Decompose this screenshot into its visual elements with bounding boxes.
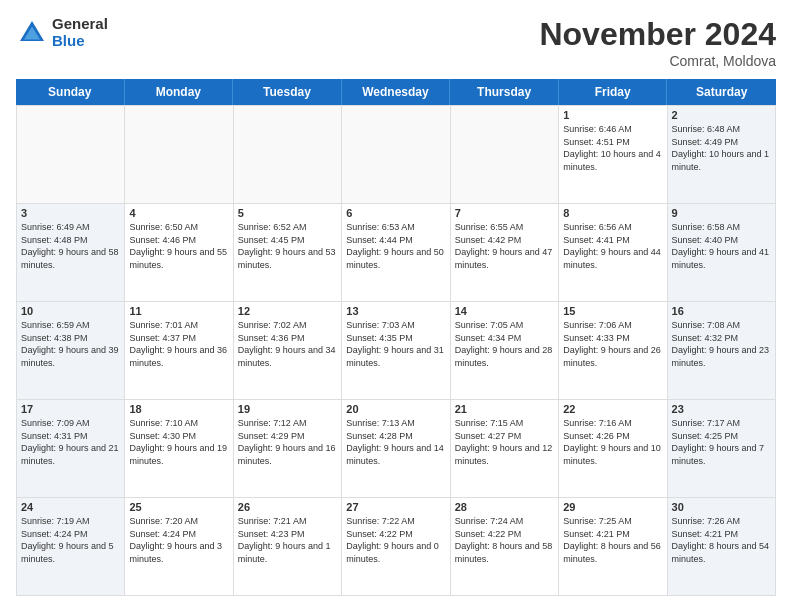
day-info: Sunrise: 6:46 AM Sunset: 4:51 PM Dayligh… <box>563 123 662 173</box>
cal-cell <box>17 106 125 204</box>
day-info: Sunrise: 7:16 AM Sunset: 4:26 PM Dayligh… <box>563 417 662 467</box>
day-info: Sunrise: 7:19 AM Sunset: 4:24 PM Dayligh… <box>21 515 120 565</box>
day-number: 25 <box>129 501 228 513</box>
day-info: Sunrise: 6:49 AM Sunset: 4:48 PM Dayligh… <box>21 221 120 271</box>
cal-cell: 19Sunrise: 7:12 AM Sunset: 4:29 PM Dayli… <box>234 400 342 498</box>
cal-cell: 13Sunrise: 7:03 AM Sunset: 4:35 PM Dayli… <box>342 302 450 400</box>
cal-cell <box>234 106 342 204</box>
day-number: 15 <box>563 305 662 317</box>
day-info: Sunrise: 7:06 AM Sunset: 4:33 PM Dayligh… <box>563 319 662 369</box>
day-number: 14 <box>455 305 554 317</box>
title-section: November 2024 Comrat, Moldova <box>539 16 776 69</box>
day-number: 23 <box>672 403 771 415</box>
day-number: 9 <box>672 207 771 219</box>
day-info: Sunrise: 7:26 AM Sunset: 4:21 PM Dayligh… <box>672 515 771 565</box>
header: General Blue November 2024 Comrat, Moldo… <box>16 16 776 69</box>
day-info: Sunrise: 7:12 AM Sunset: 4:29 PM Dayligh… <box>238 417 337 467</box>
cal-cell <box>125 106 233 204</box>
header-day-saturday: Saturday <box>667 79 776 105</box>
day-info: Sunrise: 7:24 AM Sunset: 4:22 PM Dayligh… <box>455 515 554 565</box>
day-info: Sunrise: 7:21 AM Sunset: 4:23 PM Dayligh… <box>238 515 337 565</box>
day-info: Sunrise: 7:15 AM Sunset: 4:27 PM Dayligh… <box>455 417 554 467</box>
day-info: Sunrise: 7:25 AM Sunset: 4:21 PM Dayligh… <box>563 515 662 565</box>
day-info: Sunrise: 7:13 AM Sunset: 4:28 PM Dayligh… <box>346 417 445 467</box>
day-info: Sunrise: 7:02 AM Sunset: 4:36 PM Dayligh… <box>238 319 337 369</box>
cal-cell: 2Sunrise: 6:48 AM Sunset: 4:49 PM Daylig… <box>668 106 776 204</box>
header-day-wednesday: Wednesday <box>342 79 451 105</box>
day-number: 12 <box>238 305 337 317</box>
day-number: 17 <box>21 403 120 415</box>
logo-text: General Blue <box>52 16 108 49</box>
day-info: Sunrise: 7:20 AM Sunset: 4:24 PM Dayligh… <box>129 515 228 565</box>
day-number: 13 <box>346 305 445 317</box>
day-number: 30 <box>672 501 771 513</box>
cal-cell: 17Sunrise: 7:09 AM Sunset: 4:31 PM Dayli… <box>17 400 125 498</box>
page: General Blue November 2024 Comrat, Moldo… <box>0 0 792 612</box>
logo-general: General <box>52 16 108 33</box>
day-info: Sunrise: 7:01 AM Sunset: 4:37 PM Dayligh… <box>129 319 228 369</box>
cal-cell: 20Sunrise: 7:13 AM Sunset: 4:28 PM Dayli… <box>342 400 450 498</box>
day-number: 11 <box>129 305 228 317</box>
day-info: Sunrise: 6:59 AM Sunset: 4:38 PM Dayligh… <box>21 319 120 369</box>
header-day-friday: Friday <box>559 79 668 105</box>
day-number: 6 <box>346 207 445 219</box>
cal-cell: 27Sunrise: 7:22 AM Sunset: 4:22 PM Dayli… <box>342 498 450 596</box>
day-number: 22 <box>563 403 662 415</box>
cal-cell: 16Sunrise: 7:08 AM Sunset: 4:32 PM Dayli… <box>668 302 776 400</box>
day-number: 26 <box>238 501 337 513</box>
day-info: Sunrise: 6:56 AM Sunset: 4:41 PM Dayligh… <box>563 221 662 271</box>
day-number: 24 <box>21 501 120 513</box>
cal-cell: 10Sunrise: 6:59 AM Sunset: 4:38 PM Dayli… <box>17 302 125 400</box>
cal-cell: 9Sunrise: 6:58 AM Sunset: 4:40 PM Daylig… <box>668 204 776 302</box>
day-number: 20 <box>346 403 445 415</box>
day-info: Sunrise: 7:22 AM Sunset: 4:22 PM Dayligh… <box>346 515 445 565</box>
day-number: 8 <box>563 207 662 219</box>
cal-cell: 11Sunrise: 7:01 AM Sunset: 4:37 PM Dayli… <box>125 302 233 400</box>
month-title: November 2024 <box>539 16 776 53</box>
cal-cell: 25Sunrise: 7:20 AM Sunset: 4:24 PM Dayli… <box>125 498 233 596</box>
cal-cell: 14Sunrise: 7:05 AM Sunset: 4:34 PM Dayli… <box>451 302 559 400</box>
day-info: Sunrise: 7:09 AM Sunset: 4:31 PM Dayligh… <box>21 417 120 467</box>
cal-cell: 29Sunrise: 7:25 AM Sunset: 4:21 PM Dayli… <box>559 498 667 596</box>
day-number: 10 <box>21 305 120 317</box>
day-info: Sunrise: 7:05 AM Sunset: 4:34 PM Dayligh… <box>455 319 554 369</box>
day-number: 27 <box>346 501 445 513</box>
day-number: 28 <box>455 501 554 513</box>
cal-cell: 23Sunrise: 7:17 AM Sunset: 4:25 PM Dayli… <box>668 400 776 498</box>
day-number: 19 <box>238 403 337 415</box>
header-day-tuesday: Tuesday <box>233 79 342 105</box>
cal-cell <box>342 106 450 204</box>
day-number: 5 <box>238 207 337 219</box>
cal-cell <box>451 106 559 204</box>
cal-cell: 8Sunrise: 6:56 AM Sunset: 4:41 PM Daylig… <box>559 204 667 302</box>
day-info: Sunrise: 6:50 AM Sunset: 4:46 PM Dayligh… <box>129 221 228 271</box>
calendar-body: 1Sunrise: 6:46 AM Sunset: 4:51 PM Daylig… <box>16 105 776 596</box>
logo-icon <box>16 17 48 49</box>
cal-cell: 21Sunrise: 7:15 AM Sunset: 4:27 PM Dayli… <box>451 400 559 498</box>
cal-cell: 26Sunrise: 7:21 AM Sunset: 4:23 PM Dayli… <box>234 498 342 596</box>
header-day-sunday: Sunday <box>16 79 125 105</box>
logo-blue: Blue <box>52 33 108 50</box>
cal-cell: 7Sunrise: 6:55 AM Sunset: 4:42 PM Daylig… <box>451 204 559 302</box>
logo: General Blue <box>16 16 108 49</box>
cal-cell: 1Sunrise: 6:46 AM Sunset: 4:51 PM Daylig… <box>559 106 667 204</box>
cal-cell: 12Sunrise: 7:02 AM Sunset: 4:36 PM Dayli… <box>234 302 342 400</box>
day-info: Sunrise: 6:52 AM Sunset: 4:45 PM Dayligh… <box>238 221 337 271</box>
day-number: 18 <box>129 403 228 415</box>
header-day-monday: Monday <box>125 79 234 105</box>
header-day-thursday: Thursday <box>450 79 559 105</box>
day-info: Sunrise: 6:53 AM Sunset: 4:44 PM Dayligh… <box>346 221 445 271</box>
cal-cell: 3Sunrise: 6:49 AM Sunset: 4:48 PM Daylig… <box>17 204 125 302</box>
cal-cell: 24Sunrise: 7:19 AM Sunset: 4:24 PM Dayli… <box>17 498 125 596</box>
cal-cell: 15Sunrise: 7:06 AM Sunset: 4:33 PM Dayli… <box>559 302 667 400</box>
day-info: Sunrise: 7:17 AM Sunset: 4:25 PM Dayligh… <box>672 417 771 467</box>
day-number: 7 <box>455 207 554 219</box>
day-number: 3 <box>21 207 120 219</box>
cal-cell: 6Sunrise: 6:53 AM Sunset: 4:44 PM Daylig… <box>342 204 450 302</box>
day-info: Sunrise: 7:10 AM Sunset: 4:30 PM Dayligh… <box>129 417 228 467</box>
calendar-header: SundayMondayTuesdayWednesdayThursdayFrid… <box>16 79 776 105</box>
cal-cell: 22Sunrise: 7:16 AM Sunset: 4:26 PM Dayli… <box>559 400 667 498</box>
day-info: Sunrise: 6:55 AM Sunset: 4:42 PM Dayligh… <box>455 221 554 271</box>
day-number: 29 <box>563 501 662 513</box>
cal-cell: 30Sunrise: 7:26 AM Sunset: 4:21 PM Dayli… <box>668 498 776 596</box>
